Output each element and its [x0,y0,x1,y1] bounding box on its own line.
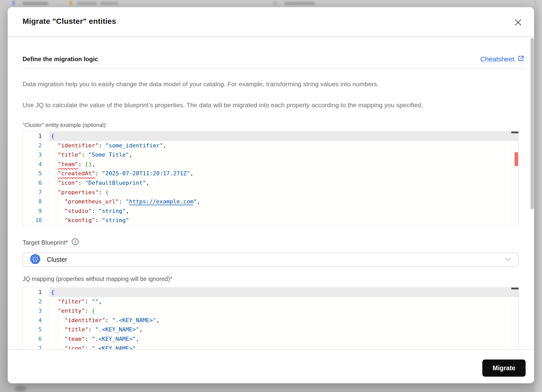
code-text: "title": "Some Title", [42,150,132,160]
description-paragraph-2: Use JQ to calculate the value of the blu… [23,102,525,109]
line-number: 10 [23,216,42,225]
code-text: { [42,132,54,141]
target-blueprint-select[interactable]: Cluster [23,253,518,267]
code-lines: 1{2 "filter": "",3 "entity": {4 "identif… [23,287,518,349]
jq-mapping-label: JQ mapping (properties without mapping w… [23,276,525,282]
background-tab-text-2 [77,2,97,5]
code-text: "identifier": ".<KEY_NAME>", [42,316,160,325]
code-line[interactable]: 2 "filter": "", [23,297,518,307]
line-number: 8 [23,197,42,206]
code-line[interactable]: 3 "entity": { [23,306,518,316]
editor-overview-ruler [511,287,518,349]
code-text: "filter": "", [42,297,102,307]
code-text: "icon": "DefaultBlueprint", [42,178,149,188]
code-line[interactable]: 5 "createdAt": "2025-07-28T11:20:17.271Z… [23,169,518,178]
line-number: 3 [23,150,42,160]
code-line[interactable]: 2 "identifier": "some_identifier", [23,141,518,150]
background-search-text [284,2,315,5]
code-text: "studio": "string", [42,206,129,216]
close-icon [515,19,522,27]
code-text: "identifier": "some_identifier", [42,141,166,150]
code-line[interactable]: 6 "icon": "DefaultBlueprint", [23,178,518,188]
dialog-footer: Migrate [8,349,534,383]
code-text: "properties": { [42,188,109,197]
target-blueprint-label: Target Blueprint* [23,239,68,246]
page-right-edge [534,0,542,392]
description-paragraph-1: Data migration help you to easily change… [23,81,525,88]
background-tab-text [23,2,48,5]
background-bottom-blob [15,385,26,392]
code-line[interactable]: 5 "title": ".<KEY_NAME>", [23,325,518,334]
line-number: 4 [23,316,42,325]
line-number: 6 [23,334,42,344]
line-number: 1 [23,132,42,141]
cheatsheet-link[interactable]: Cheatsheet [480,55,525,64]
line-number: 9 [23,206,42,216]
target-blueprint-label-row: Target Blueprint* [23,238,525,247]
code-text: "entity": { [42,306,95,316]
indent-guide [58,316,58,349]
code-text: { [42,288,54,297]
code-text: "prometheus_url": "https://example.com", [42,197,200,206]
entity-example-code-editor[interactable]: 1{2 "identifier": "some_identifier",3 "t… [23,131,519,225]
background-tab-icon-2 [69,1,72,5]
code-text: "title": ".<KEY_NAME>", [42,325,143,334]
code-line[interactable]: 7 "properties": { [23,188,518,197]
line-number: 1 [23,288,42,297]
dialog-header: Migrate "Cluster" entities [8,7,534,37]
background-tab-text-3 [100,2,118,5]
code-line[interactable]: 3 "title": "Some Title", [23,150,518,160]
line-number: 4 [23,160,42,169]
line-number: 5 [23,325,42,334]
code-line[interactable]: 1{ [23,132,518,141]
line-number: 2 [23,141,42,150]
code-text: "team": [], [42,160,95,169]
close-button[interactable] [514,18,522,27]
migrate-entities-dialog: Migrate "Cluster" entities Define the mi… [8,7,534,383]
line-number: 6 [23,178,42,188]
line-number: 3 [23,306,42,316]
line-number: 5 [23,169,42,178]
code-line[interactable]: 4 "team": [], [23,160,518,169]
code-lines: 1{2 "identifier": "some_identifier",3 "t… [23,131,518,225]
line-number: 2 [23,297,42,307]
section-heading: Define the migration logic [23,56,98,63]
editor-overview-ruler [511,131,518,225]
error-marker [515,152,518,166]
code-line[interactable]: 4 "identifier": ".<KEY_NAME>", [23,316,518,325]
code-line[interactable]: 8 "prometheus_url": "https://example.com… [23,197,518,206]
section-divider [23,68,525,69]
required-asterisk: * [66,239,68,246]
code-line[interactable]: 1{ [23,288,518,297]
code-text: "icon": ".<KEY_NAME>", [42,344,139,349]
background-tab-icon [12,1,15,5]
line-number: 7 [23,344,42,349]
migrate-button[interactable]: Migrate [482,360,526,377]
kubernetes-icon [30,254,41,266]
code-line[interactable]: 7 "icon": ".<KEY_NAME>", [23,344,518,349]
code-text: "team": ".<KEY_NAME>", [42,334,139,344]
code-text: "kconfig": "string" [42,216,129,225]
dialog-scrollbar-thumb[interactable] [530,38,534,209]
dialog-title: Migrate "Cluster" entities [23,17,116,26]
line-number: 7 [23,188,42,197]
section-header-row: Define the migration logic Cheatsheet [23,54,525,64]
info-icon[interactable] [71,238,79,247]
code-line[interactable]: 10 "kconfig": "string" [23,216,518,225]
target-blueprint-value: Cluster [47,256,505,263]
code-text: "createdAt": "2025-07-28T11:20:17.271Z", [42,169,193,178]
jq-mapping-code-editor[interactable]: 1{2 "filter": "",3 "entity": {4 "identif… [23,287,519,349]
cheatsheet-link-label: Cheatsheet [480,55,514,63]
editor-scrollbar-thumb[interactable] [511,288,518,289]
external-link-icon [517,55,525,64]
dialog-body: Define the migration logic Cheatsheet Da… [8,37,534,349]
editor-scrollbar-thumb[interactable] [511,132,518,133]
entity-example-label: "Cluster" entity example (optional): [23,122,525,128]
background-search-icon [273,1,277,5]
indent-guide [58,197,58,225]
chevron-down-icon [505,257,511,262]
code-line[interactable]: 6 "team": ".<KEY_NAME>", [23,334,518,344]
code-line[interactable]: 9 "studio": "string", [23,206,518,216]
required-asterisk: * [170,276,172,282]
